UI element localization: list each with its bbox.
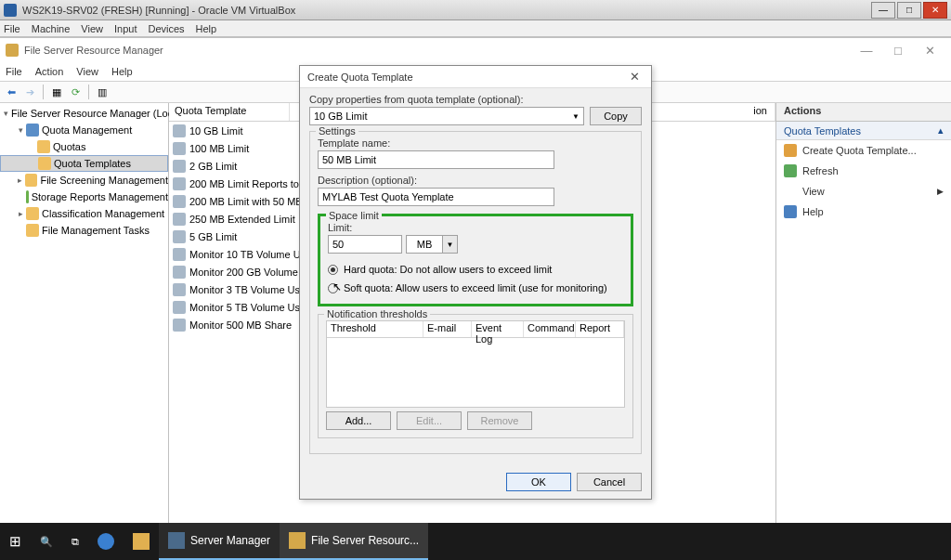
th-email[interactable]: E-mail [423, 321, 472, 337]
fsrm-maximize-button[interactable]: □ [882, 44, 914, 58]
list-col-template[interactable]: Quota Template [169, 103, 290, 121]
vb-menu-file[interactable]: File [4, 23, 20, 34]
vb-menu-help[interactable]: Help [196, 23, 217, 34]
description-input[interactable] [318, 188, 554, 206]
tree-storage-reports[interactable]: Storage Reports Management [0, 189, 168, 205]
collapse-icon[interactable]: ▴ [938, 124, 944, 137]
folder-icon [133, 533, 150, 550]
tree-classification[interactable]: ▸Classification Management [0, 205, 168, 222]
template-icon [173, 266, 186, 279]
remove-threshold-button: Remove [467, 411, 532, 430]
copy-button[interactable]: Copy [590, 107, 642, 125]
radio-icon [328, 265, 338, 275]
space-limit-group: Space limit Limit: MB ▼ Hard quota: Do n… [318, 214, 633, 306]
fsrm-menu-action[interactable]: Action [35, 66, 64, 77]
dialog-close-button[interactable]: ✕ [625, 70, 644, 84]
edge-icon [98, 533, 114, 550]
tree-quotas[interactable]: Quotas [0, 138, 168, 155]
tree-quota-templates[interactable]: Quota Templates [0, 155, 168, 172]
action-help[interactable]: Help [776, 202, 951, 222]
template-name-input[interactable] [318, 150, 554, 169]
fsrm-app-icon [6, 44, 19, 57]
ok-button[interactable]: OK [506, 473, 571, 491]
refresh-icon[interactable]: ⟳ [68, 85, 83, 99]
taskbar-taskview-button[interactable]: ⧉ [62, 523, 88, 560]
dialog-footer: OK Cancel [506, 473, 642, 491]
vb-menu-input[interactable]: Input [114, 23, 137, 34]
action-create-quota-template[interactable]: Create Quota Template... [776, 140, 951, 161]
fsrm-titlebar: File Server Resource Manager — □ ✕ [0, 38, 951, 62]
thresholds-group: Notification thresholds Threshold E-mail… [318, 314, 633, 438]
taskbar-server-manager[interactable]: Server Manager [159, 523, 280, 560]
th-report[interactable]: Report [576, 321, 624, 337]
tree-file-screening[interactable]: ▸File Screening Management [0, 172, 168, 189]
toolbar-icon-3[interactable]: ▥ [95, 85, 110, 99]
dialog-titlebar: Create Quota Template ✕ [300, 66, 651, 88]
taskview-icon: ⧉ [72, 536, 79, 548]
space-limit-label: Space limit [326, 210, 382, 221]
tree-root[interactable]: ▾File Server Resource Manager (Local) [0, 105, 168, 122]
th-threshold[interactable]: Threshold [327, 321, 423, 337]
hard-quota-radio[interactable]: Hard quota: Do not allow users to exceed… [328, 261, 623, 278]
refresh-icon [784, 164, 797, 177]
thresholds-table[interactable]: Threshold E-mail Event Log Command Repor… [326, 320, 625, 408]
fsrm-close-button[interactable]: ✕ [914, 44, 945, 58]
create-quota-template-dialog: Create Quota Template ✕ Copy properties … [299, 65, 652, 500]
add-threshold-button[interactable]: Add... [326, 411, 391, 430]
limit-label: Limit: [328, 222, 623, 233]
template-icon [173, 160, 186, 173]
vb-maximize-button[interactable]: □ [897, 2, 921, 19]
actions-pane: Actions Quota Templates▴ Create Quota Te… [776, 103, 951, 523]
tree-file-management[interactable]: File Management Tasks [0, 222, 168, 239]
vb-close-button[interactable]: ✕ [923, 2, 947, 19]
fsrm-minimize-button[interactable]: — [851, 44, 882, 58]
limit-unit-select[interactable]: MB [406, 235, 443, 254]
radio-icon [328, 283, 338, 293]
nav-forward-icon[interactable]: ➔ [22, 85, 37, 99]
settings-group: Settings Template name: Description (opt… [309, 131, 642, 454]
taskbar-fsrm[interactable]: File Server Resourc... [280, 523, 428, 560]
copy-properties-label: Copy properties from quota template (opt… [309, 94, 642, 105]
fsrm-title: File Server Resource Manager [24, 45, 163, 56]
th-command[interactable]: Command [524, 321, 576, 337]
vb-menu-devices[interactable]: Devices [148, 23, 184, 34]
tree-pane: ▾File Server Resource Manager (Local) ▾Q… [0, 103, 169, 523]
start-button[interactable]: ⊞ [0, 523, 31, 560]
fsrm-menu-view[interactable]: View [76, 66, 98, 77]
tree-quota-management[interactable]: ▾Quota Management [0, 122, 168, 138]
toolbar-icon-1[interactable]: ▦ [49, 85, 64, 99]
windows-icon: ⊞ [9, 533, 21, 550]
taskbar-explorer-button[interactable] [124, 523, 159, 560]
vb-menu-view[interactable]: View [81, 23, 103, 34]
limit-value-input[interactable] [328, 235, 402, 254]
taskbar-edge-button[interactable] [88, 523, 124, 560]
cancel-button[interactable]: Cancel [577, 473, 642, 491]
action-view[interactable]: View▶ [776, 181, 951, 202]
unit-dropdown-button[interactable]: ▼ [443, 235, 458, 254]
fsrm-menu-file[interactable]: File [6, 66, 22, 77]
template-icon [173, 248, 186, 261]
nav-back-icon[interactable]: ⬅ [4, 85, 19, 99]
settings-group-label: Settings [316, 125, 358, 137]
template-icon [173, 283, 186, 296]
th-eventlog[interactable]: Event Log [472, 321, 524, 337]
template-name-label: Template name: [318, 137, 633, 149]
action-refresh[interactable]: Refresh [776, 161, 951, 181]
template-icon [173, 301, 186, 314]
template-icon [173, 195, 186, 208]
vb-window-controls: — □ ✕ [869, 2, 947, 19]
template-icon [173, 124, 186, 137]
fsrm-menu-help[interactable]: Help [111, 66, 133, 77]
dialog-title: Create Quota Template [307, 72, 625, 83]
vb-titlebar: WS2K19-SRV02 (FRESH) [Running] - Oracle … [0, 0, 951, 20]
template-icon [173, 230, 186, 243]
actions-header: Actions [776, 103, 951, 122]
vb-minimize-button[interactable]: — [871, 2, 895, 19]
help-icon [784, 205, 797, 218]
server-manager-icon [168, 532, 185, 549]
vb-menu-machine[interactable]: Machine [32, 23, 71, 34]
soft-quota-radio[interactable]: Soft quota: Allow users to exceed limit … [328, 280, 623, 296]
edit-threshold-button: Edit... [397, 411, 462, 430]
taskbar-search-button[interactable]: 🔍 [31, 523, 62, 560]
copy-template-select[interactable]: 10 GB Limit▼ [309, 107, 584, 125]
